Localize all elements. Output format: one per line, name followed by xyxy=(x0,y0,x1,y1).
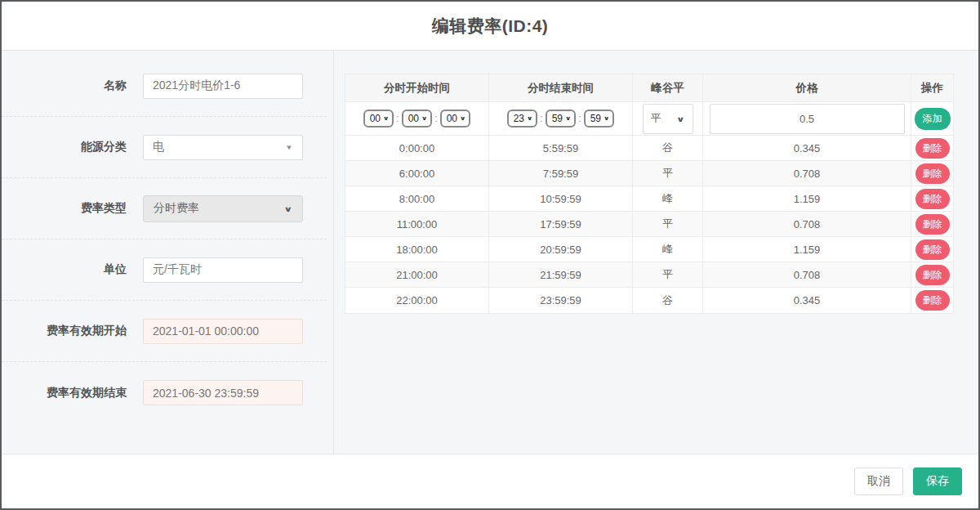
add-button[interactable]: 添加 xyxy=(915,108,951,130)
unit-input[interactable] xyxy=(143,257,303,283)
start-time-value: 0:00:00 xyxy=(345,136,489,160)
start-time-value: 6:00:00 xyxy=(345,161,489,186)
chevron-down-icon: ∨ xyxy=(527,115,532,122)
end-time-cell: 23∨ : 59∨ : 59∨ xyxy=(489,102,633,135)
rate-form-panel: 名称 能源分类 电 ▼ 费率类型 分时费率 ∨ 单位 xyxy=(2,51,334,454)
price-value: 0.345 xyxy=(703,136,911,160)
delete-cell: 删除 xyxy=(911,161,953,186)
period-value: 峰 xyxy=(633,186,703,211)
table-row: 18:00:0020:59:59峰1.159删除 xyxy=(345,237,953,262)
form-row-rate-type: 费率类型 分时费率 ∨ xyxy=(2,178,327,239)
time-separator: : xyxy=(395,113,399,124)
start-time-group: 00∨ : 00∨ : 00∨ xyxy=(363,110,471,128)
end-second-select[interactable]: 59∨ xyxy=(584,110,615,128)
end-time-value: 17:59:59 xyxy=(489,212,633,236)
end-time-value: 5:59:59 xyxy=(489,136,633,160)
period-value: 峰 xyxy=(633,237,703,262)
form-row-energy-type: 能源分类 电 ▼ xyxy=(2,117,327,178)
edit-rate-dialog: 编辑费率(ID:4) 名称 能源分类 电 ▼ 费率类型 分时费率 ∨ xyxy=(0,0,980,510)
time-separator: : xyxy=(577,113,581,124)
dialog-body: 名称 能源分类 电 ▼ 费率类型 分时费率 ∨ 单位 xyxy=(2,51,978,454)
chevron-down-icon: ∨ xyxy=(565,115,571,122)
price-value: 0.708 xyxy=(703,161,911,186)
delete-cell: 删除 xyxy=(911,186,953,211)
delete-button[interactable]: 删除 xyxy=(915,239,950,260)
delete-button[interactable]: 删除 xyxy=(915,163,950,184)
start-time-value: 8:00:00 xyxy=(345,186,489,211)
form-row-valid-end: 费率有效期结束 xyxy=(2,362,327,423)
table-row: 0:00:005:59:59谷0.345删除 xyxy=(345,136,953,161)
delete-button[interactable]: 删除 xyxy=(915,189,950,209)
caret-down-icon: ▼ xyxy=(285,144,293,151)
period-select[interactable]: 平 ∨ xyxy=(643,104,693,134)
table-row: 21:00:0021:59:59平0.708删除 xyxy=(345,262,953,288)
table-row: 11:00:0017:59:59平0.708删除 xyxy=(345,212,953,237)
chevron-down-icon: ∨ xyxy=(604,115,609,122)
start-second-select[interactable]: 00∨ xyxy=(440,110,471,128)
delete-cell: 删除 xyxy=(911,237,953,262)
end-time-value: 20:59:59 xyxy=(489,237,633,262)
rate-type-label: 费率类型 xyxy=(2,201,143,216)
unit-label: 单位 xyxy=(2,262,143,277)
start-time-value: 11:00:00 xyxy=(345,212,489,236)
add-cell: 添加 xyxy=(911,102,953,135)
price-value: 1.159 xyxy=(703,186,911,211)
form-row-valid-start: 费率有效期开始 xyxy=(2,301,327,362)
delete-cell: 删除 xyxy=(911,262,953,287)
name-input[interactable] xyxy=(143,74,303,99)
col-header-price: 价格 xyxy=(703,74,911,101)
table-input-row: 00∨ : 00∨ : 00∨ 23∨ : 59∨ : xyxy=(345,102,953,136)
valid-start-label: 费率有效期开始 xyxy=(2,324,143,338)
col-header-start-time: 分时开始时间 xyxy=(345,74,489,101)
energy-type-dropdown[interactable]: 电 ▼ xyxy=(143,135,303,160)
start-hour-select[interactable]: 00∨ xyxy=(363,110,394,128)
start-time-value: 18:00:00 xyxy=(345,237,489,262)
chevron-down-icon: ∨ xyxy=(383,115,389,122)
chevron-down-icon: ∨ xyxy=(421,115,427,122)
end-time-group: 23∨ : 59∨ : 59∨ xyxy=(507,110,615,128)
valid-end-label: 费率有效期结束 xyxy=(2,386,143,400)
cancel-button[interactable]: 取消 xyxy=(854,468,903,495)
end-time-value: 21:59:59 xyxy=(489,262,633,287)
table-rows: 0:00:005:59:59谷0.345删除6:00:007:59:59平0.7… xyxy=(345,136,953,313)
end-time-value: 23:59:59 xyxy=(489,288,633,313)
col-header-end-time: 分时结束时间 xyxy=(489,74,633,101)
valid-start-input[interactable] xyxy=(143,319,303,344)
delete-button[interactable]: 删除 xyxy=(915,214,950,235)
chevron-down-icon: ∨ xyxy=(676,114,685,123)
price-value: 0.345 xyxy=(703,288,911,313)
period-cell: 平 ∨ xyxy=(633,102,703,135)
price-input[interactable] xyxy=(710,104,905,134)
delete-button[interactable]: 删除 xyxy=(915,138,950,159)
table-row: 6:00:007:59:59平0.708删除 xyxy=(345,161,953,186)
name-label: 名称 xyxy=(2,78,143,93)
period-value: 平 xyxy=(651,111,662,126)
dialog-footer: 取消 保存 xyxy=(2,454,978,508)
start-minute-select[interactable]: 00∨ xyxy=(402,110,433,128)
form-row-unit: 单位 xyxy=(2,239,327,301)
price-value: 0.708 xyxy=(703,212,911,236)
delete-button[interactable]: 删除 xyxy=(915,290,950,311)
form-row-name: 名称 xyxy=(2,56,327,117)
price-value: 1.159 xyxy=(703,237,911,262)
delete-button[interactable]: 删除 xyxy=(915,265,950,285)
delete-cell: 删除 xyxy=(911,212,953,236)
valid-end-input[interactable] xyxy=(143,380,303,405)
period-value: 平 xyxy=(633,212,703,236)
col-header-actions: 操作 xyxy=(911,74,953,101)
table-header-row: 分时开始时间 分时结束时间 峰谷平 价格 操作 xyxy=(345,74,953,102)
save-button[interactable]: 保存 xyxy=(913,468,962,495)
end-time-value: 7:59:59 xyxy=(489,161,633,186)
delete-cell: 删除 xyxy=(911,288,953,313)
time-separator: : xyxy=(539,113,543,124)
energy-type-value: 电 xyxy=(153,140,285,154)
end-minute-select[interactable]: 59∨ xyxy=(546,110,577,128)
start-time-value: 21:00:00 xyxy=(345,262,489,287)
period-value: 谷 xyxy=(633,288,703,313)
col-header-period: 峰谷平 xyxy=(633,74,703,101)
rate-type-select[interactable]: 分时费率 ∨ xyxy=(143,195,303,222)
tou-table-panel: 分时开始时间 分时结束时间 峰谷平 价格 操作 00∨ : 00∨ : 00 xyxy=(334,51,978,454)
end-hour-select[interactable]: 23∨ xyxy=(507,110,538,128)
start-time-value: 22:00:00 xyxy=(345,288,489,313)
time-separator: : xyxy=(434,113,438,124)
